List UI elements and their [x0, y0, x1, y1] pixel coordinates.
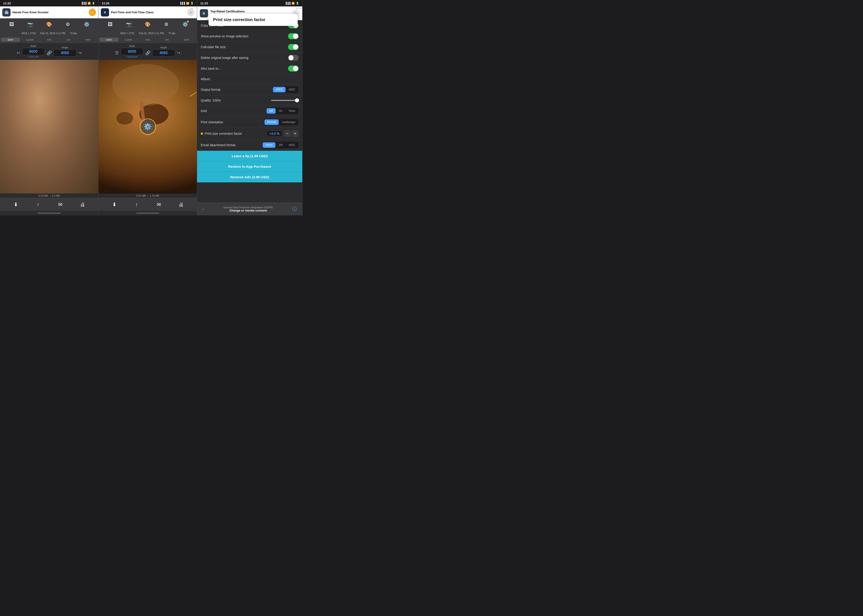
settings-ad-badge: Ad	[296, 7, 299, 9]
grid-off-btn[interactable]: Off	[267, 108, 276, 114]
remove-ads-btn[interactable]: Remove Ads (3.99 USD)	[197, 172, 302, 182]
grid-timer-btn[interactable]: Timer	[286, 108, 298, 114]
palette-icon-left[interactable]: 🎨	[45, 20, 53, 28]
battery-icon-mid: 🔋	[190, 2, 193, 5]
also-save-label: Also save to...	[201, 67, 288, 70]
gallery-icon-mid[interactable]: 🖼	[106, 20, 114, 28]
settings-icon-mid[interactable]: ⚙️	[181, 20, 189, 28]
unit-inch-mid[interactable]: inch	[177, 38, 196, 42]
height-input-left[interactable]: 4065	[53, 49, 77, 57]
left-panel: 11:22 ▐▐▐ 📶 🔋 🏥 Hands Free Knee Scooter …	[0, 0, 99, 215]
restore-purchases-btn[interactable]: Restore In-App Purchases	[197, 161, 302, 172]
camera-icon-mid[interactable]: 📷	[125, 20, 133, 28]
gear-circle-overlay[interactable]: ⚙️	[140, 118, 156, 135]
signal-icon-right: ▐▐▐	[285, 2, 290, 5]
status-icons-left: ▐▐▐ 📶 🔋	[81, 2, 95, 5]
portrait-btn[interactable]: Portrait	[264, 119, 279, 125]
also-save-thumb	[293, 66, 298, 71]
calc-filesize-toggle[interactable]	[288, 44, 299, 50]
quality-slider[interactable]	[271, 100, 299, 101]
svg-point-12	[112, 64, 179, 106]
print-correction-label: Print size correction factor	[201, 132, 267, 135]
ad-cta-left[interactable]: ›	[89, 9, 96, 16]
step-minus-btn[interactable]: −	[284, 130, 291, 137]
gdpr-title: General Data Protection Regulation (GDPR…	[208, 206, 288, 209]
undo-arrow-left[interactable]: ↩	[17, 50, 20, 55]
print-icon-mid[interactable]: 🖨	[176, 200, 185, 209]
svg-point-4	[33, 154, 70, 193]
unit-mm-left[interactable]: mm	[40, 38, 59, 42]
width-sub-left: ≤ 8000 pixel	[28, 56, 39, 58]
correction-value[interactable]: +2.0 %	[267, 130, 283, 137]
gdpr-sub[interactable]: Change or revoke consent	[208, 209, 288, 212]
download-icon-mid[interactable]: ⬇	[110, 200, 119, 209]
settings-ad-x[interactable]: ✕	[300, 7, 302, 10]
share-icon-mid[interactable]: ↑	[132, 200, 141, 209]
gallery-icon-left[interactable]: 🖼	[8, 20, 16, 28]
ad-cta-mid[interactable]: ›	[187, 9, 195, 16]
image-area-left	[0, 60, 98, 193]
mail-icon-mid[interactable]: ✉	[154, 200, 163, 209]
status-icons-mid: ▐▐▐ 📶 🔋	[180, 2, 193, 5]
sliders-icon-left[interactable]: ⚙	[64, 20, 72, 28]
svg-rect-1	[0, 168, 98, 193]
unit-cm-mid[interactable]: cm	[158, 38, 177, 42]
unit-lepixel-left[interactable]: ≤ pixel	[20, 38, 39, 42]
step-plus-btn[interactable]: +	[292, 130, 299, 137]
delete-original-label: Delete original image after saving	[201, 56, 288, 60]
svg-rect-7	[28, 136, 40, 143]
palette-icon-mid[interactable]: 🎨	[143, 20, 152, 28]
email-zip-btn[interactable]: ZIP	[276, 142, 286, 148]
info-button[interactable]: ⓘ	[290, 204, 299, 214]
ad-text-mid: Part-Time and Full-Time Class	[111, 11, 185, 14]
sliders-icon-mid[interactable]: ⚙	[162, 20, 170, 28]
unit-cm-left[interactable]: cm	[59, 38, 78, 42]
image-area-mid: ⚙️	[99, 60, 197, 193]
show-preview-toggle[interactable]	[288, 33, 299, 39]
mail-icon-left[interactable]: ✉	[56, 200, 65, 209]
unit-pixel-mid[interactable]: pixel	[99, 38, 118, 42]
output-format-label: Output format	[201, 88, 272, 91]
ad-banner-mid[interactable]: B Part-Time and Full-Time Class › Ad	[99, 6, 197, 18]
unit-inch-left[interactable]: inch	[79, 38, 97, 42]
unit-mm-mid[interactable]: mm	[138, 38, 157, 42]
settings-icon-left[interactable]: ⚙️	[82, 20, 91, 28]
download-icon-left[interactable]: ⬇	[11, 200, 20, 209]
email-heic-btn[interactable]: HEIC	[286, 142, 298, 148]
toolbar-mid: 🖼 📷 🎨 ⚙ ⚙️	[99, 18, 197, 30]
also-save-toggle[interactable]	[288, 66, 299, 71]
redo-arrow-left[interactable]: ↪	[79, 50, 82, 55]
width-input-left[interactable]: 6000	[22, 48, 45, 55]
output-jpeg-btn[interactable]: JPEG	[273, 87, 286, 92]
landscape-btn[interactable]: Landscape	[279, 119, 298, 125]
output-heic-btn[interactable]: HEIC	[286, 87, 298, 92]
settings-print-orientation: Print orientation Portrait Landscape	[197, 117, 302, 128]
battery-icon-right: 🔋	[296, 2, 299, 5]
ad-banner-left[interactable]: 🏥 Hands Free Knee Scooter › Ad	[0, 6, 98, 18]
delete-original-toggle[interactable]	[288, 55, 299, 61]
right-panel: 11:23 ▐▐▐ 📶 🔋 B Top-Rated Certifications…	[197, 0, 302, 215]
grid-on-btn[interactable]: On	[276, 108, 285, 114]
height-input-mid[interactable]: 4065	[152, 49, 175, 57]
unit-pixel-left[interactable]: pixel	[1, 38, 20, 42]
quality-thumb[interactable]	[295, 98, 299, 102]
unit-lepixel-mid[interactable]: ≤ pixel	[119, 38, 138, 42]
settings-email-format: Email attachment format JPEG ZIP HEIC	[197, 140, 302, 151]
chain-icon-mid[interactable]: 🔗	[145, 50, 150, 55]
ad-logo-mid: B	[101, 8, 109, 17]
calc-filesize-thumb	[293, 44, 298, 49]
menu-icon-mid[interactable]: ☰	[115, 50, 119, 55]
width-sub-mid: ≤ 8000 pixel	[126, 56, 137, 58]
settings-show-preview: Show preview on image selection	[197, 31, 302, 42]
email-jpeg-btn[interactable]: JPEG	[263, 142, 275, 148]
width-input-mid[interactable]: 6000	[121, 48, 143, 55]
share-icon-left[interactable]: ↑	[33, 200, 42, 209]
camera-icon-left[interactable]: 📷	[26, 20, 35, 28]
print-icon-left[interactable]: 🖨	[78, 200, 87, 209]
status-bar-mid: 11:25 ▐▐▐ 📶 🔋	[99, 0, 197, 6]
dpi-mid: 72 dpi	[168, 32, 175, 35]
back-button[interactable]: ‹	[201, 205, 206, 214]
chain-icon-left[interactable]: 🔗	[47, 50, 52, 55]
redo-arrow-mid[interactable]: ↪	[177, 50, 180, 55]
leave-tip-btn[interactable]: Leave a tip (1.99 USD)	[197, 151, 302, 161]
